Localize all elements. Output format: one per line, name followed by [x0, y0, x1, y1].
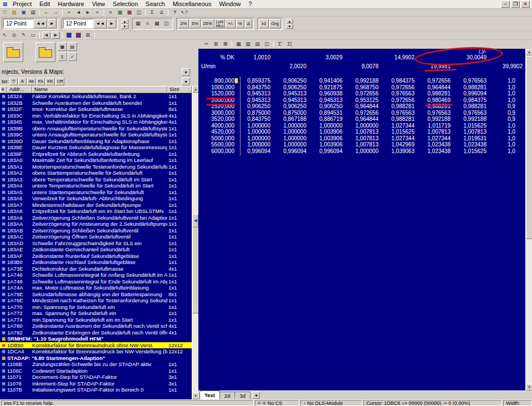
map-cell[interactable]: 0,984375 [451, 97, 487, 104]
select-pointer-icon[interactable]: ↖ [1, 32, 9, 39]
map-cell[interactable]: 0,984375 [378, 78, 415, 84]
magnifier-icon[interactable]: ◎ [10, 32, 18, 39]
menu-search[interactable]: Search [142, 0, 169, 9]
map-cell[interactable]: 0,972656 [415, 78, 451, 84]
map-cell[interactable]: 0,953125 [342, 97, 378, 104]
y-axis-value[interactable]: 5000,000 [200, 135, 234, 142]
map-cell[interactable]: 1,007813 [342, 141, 378, 148]
map-cell-clipped[interactable]: 1,0 [487, 78, 526, 84]
map-cell[interactable]: 0,968750 [342, 84, 378, 91]
map-cell[interactable]: 0,988281 [378, 103, 415, 110]
map-import-icon[interactable]: ▧ [244, 40, 252, 48]
percent-mode-button[interactable]: % [236, 19, 244, 28]
close-button[interactable]: × [521, 1, 530, 8]
map-list-row[interactable]: ▦183A5untere Starttemperaturschwelle für… [0, 189, 192, 196]
view-split-icon[interactable]: ◫ [135, 9, 143, 16]
map-cell[interactable]: 1,023438 [415, 148, 451, 155]
map-list-row[interactable]: ▦1832Ftmot- Korrektur der Sekundärluftma… [0, 106, 192, 113]
map-cell[interactable]: 0,996094 [270, 148, 306, 155]
y-axis-value[interactable]: 800,000 [200, 78, 234, 84]
map-cell[interactable]: 1,003906 [306, 141, 342, 148]
sum-column-icon[interactable]: Σ| [285, 40, 294, 48]
map-list-row[interactable]: ▦1839EDauer Kurztest Sekundärluftdiagnos… [0, 144, 192, 151]
tab-scroll-left-icon[interactable]: ◄ [252, 392, 260, 399]
map-cell[interactable]: 0,988281 [415, 103, 451, 110]
y-axis-value[interactable]: 4000,000 [200, 123, 234, 129]
y-axis-value[interactable]: 4520,000 [200, 129, 234, 135]
open-project-button[interactable] [3, 42, 23, 62]
new-document-icon[interactable]: □ [1, 9, 9, 16]
map-list-row[interactable]: ▦183A8Entprellzeit für Sekundärluft ein … [0, 208, 192, 215]
map-cell[interactable]: 1,000000 [342, 123, 378, 129]
map-list-row[interactable]: ▦1839DDauer Sekundärlufteinblasung für A… [0, 138, 192, 145]
map-list-row[interactable]: ▦1A792Zeitkonstante Einbringen der Sekun… [0, 329, 192, 336]
map-list-row[interactable]: ▦1106CCodewort Startadaption1x1 [0, 368, 192, 374]
map-list-row[interactable]: ▦1DCA4Korrekturfaktor für Brennraumdruck… [0, 348, 192, 355]
eraser-icon[interactable]: ▭ [29, 32, 37, 39]
map-list-row[interactable]: ▦1A75ESekundärluftmasse abhängig von der… [0, 291, 192, 298]
map-cell-clipped[interactable]: 1,0 [487, 148, 526, 155]
map-group-row[interactable]: ▨STADAP: "6.80 Startmengen-Adaption" [0, 355, 192, 362]
y-axis-value[interactable]: 1520,000 [200, 90, 234, 97]
map-list-row[interactable]: ▦1A770min. Spannung für Sekundärluft ein… [0, 304, 192, 311]
map-list-row[interactable]: ▦183A2obere Starttemperaturschwelle für … [0, 170, 192, 176]
map-list-row[interactable]: ▦1DB50Korrekturfaktor für Brennraumdruck… [0, 342, 192, 349]
x-axis-value[interactable] [415, 53, 451, 62]
decrease-y-icon[interactable]: ◄◄ [94, 19, 107, 28]
type-column-header[interactable]: ≣ [0, 86, 7, 93]
map-list-row[interactable]: ▦183ABZeitverzögerung Schließen Sekundär… [0, 227, 192, 234]
caption-dropdown-icon[interactable]: ▼ [182, 68, 190, 76]
map-cell[interactable]: 0,996094 [306, 148, 342, 155]
map-cell-clipped[interactable]: 1,0 [487, 135, 526, 142]
map-list-row[interactable]: ▦18324Faktor Korrektur Sekundärluftmasse… [0, 93, 192, 100]
map-cell[interactable]: 0,976563 [415, 110, 451, 116]
map-cell[interactable]: 0,964844 [342, 116, 378, 123]
map-list-row[interactable]: ▦1A748Schwelle Luftmassenintegral für En… [0, 278, 192, 285]
map-list-row[interactable]: ▦11078Inkrement-Step für STADAP-Faktor3x… [0, 380, 192, 387]
map-cell[interactable]: 1,000000 [270, 141, 306, 148]
map-cell[interactable]: 0,976563 [451, 110, 487, 116]
map-cell[interactable]: 0,988281 [451, 84, 487, 91]
map-list-row[interactable]: ▦183A1Motortemperaturschwelle Testeranfo… [0, 164, 192, 170]
x-axis-value[interactable]: 3,0029 [306, 53, 342, 62]
map-cell[interactable]: 1,003906 [306, 129, 342, 135]
delta-mode-button[interactable]: Δ [245, 19, 252, 28]
map-cell[interactable]: 1,039063 [378, 148, 415, 155]
map-cell[interactable]: 0,906250 [306, 103, 342, 110]
x-axis-value[interactable] [234, 62, 270, 71]
y-axis-value[interactable]: 3520,000 [200, 116, 234, 123]
map-cell[interactable]: 0,972656 [378, 97, 415, 104]
map-list-row[interactable]: ▦183A9Zeitverzögerung Schließen Sekundär… [0, 215, 192, 221]
grid-plus-icon[interactable]: ⊞ [84, 32, 92, 39]
map-text-view[interactable]: (,)/- % DK1,00103,002914,990230,0049U/mi… [198, 49, 526, 390]
original-button[interactable]: Org [269, 19, 281, 28]
scroll-right-icon[interactable]: ► [52, 32, 60, 39]
map-cell[interactable]: 0,945313 [270, 90, 306, 97]
map-cell-clipped[interactable]: 1,0 [487, 129, 526, 135]
map-list-row[interactable]: ▦1832BSchwelle Ausräumen der Sekundärluf… [0, 100, 192, 106]
map-list-row[interactable]: ▦1A746Schwelle Luftmassenintegral für An… [0, 272, 192, 278]
map-cell[interactable]: 0,992188 [342, 78, 378, 84]
undo-icon[interactable]: ← [42, 9, 50, 16]
x-axis-value[interactable]: 2,0020 [270, 62, 306, 71]
map-list-row[interactable]: ▦183A0Maximale Zeit für Sekundärluftanfe… [0, 157, 192, 164]
map-cell[interactable]: 1,019531 [451, 135, 487, 142]
list-scrollbar[interactable]: ▲ ▼ [192, 86, 198, 399]
difference-icon[interactable]: Δ [157, 9, 166, 16]
map-cell[interactable]: 1,000000 [306, 123, 342, 129]
map-cell[interactable]: 0,894531 [306, 110, 342, 116]
map-cell[interactable]: 1,015625 [451, 148, 487, 155]
map-cell[interactable]: 0,992188 [415, 116, 451, 123]
sum-row-icon[interactable]: Σ' [276, 40, 284, 48]
x-axis-value[interactable] [306, 62, 342, 71]
redo-icon[interactable]: → [52, 9, 60, 16]
color-changed-icon[interactable] [74, 32, 83, 39]
previous-icon[interactable]: ◄ [74, 9, 83, 16]
open-project-icon[interactable]: ▨ [10, 9, 18, 16]
map-list-row[interactable]: ▦183AEZeitkonstante Gemischanteil Sekund… [0, 246, 192, 253]
color-original-icon[interactable] [65, 32, 73, 39]
font-size-x-combo[interactable]: 12 Point [3, 19, 33, 28]
map-window-icon[interactable]: ◫ [263, 40, 271, 48]
map-cell[interactable]: 1,000000 [342, 148, 378, 155]
map-list-row[interactable]: ▦1839Bobere Ansauglufttemperaturschwelle… [0, 125, 192, 132]
